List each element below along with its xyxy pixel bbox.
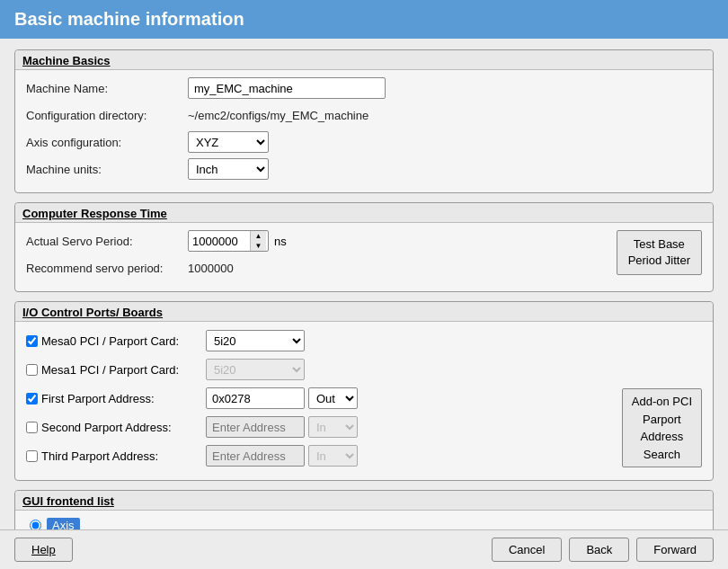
first-parport-input[interactable] — [206, 387, 305, 409]
computer-response-body: Actual Servo Period: ▲ ▼ ns Recommend se… — [15, 223, 713, 291]
mesa1-row: Mesa1 PCI / Parport Card: 5i20 5i22 7i43 — [26, 358, 702, 381]
recommend-servo-row: Recommend servo period: 1000000 — [26, 257, 609, 279]
window-title: Basic machine information — [14, 9, 244, 29]
machine-units-label: Machine units: — [26, 163, 188, 176]
third-parport-row: Third Parport Address: In Out — [26, 444, 604, 467]
machine-name-label: Machine Name: — [26, 82, 188, 95]
gui-frontend-section: GUI frontend list Axis TKemc Mini Touchy — [14, 490, 714, 529]
bottom-left: Help — [14, 538, 73, 562]
mesa0-label: Mesa0 PCI / Parport Card: — [41, 334, 179, 348]
machine-basics-section: Machine Basics Machine Name: Configurati… — [14, 49, 714, 193]
gui-axis-radio[interactable] — [30, 520, 41, 529]
mesa0-row: Mesa0 PCI / Parport Card: 5i20 5i22 7i43 — [26, 329, 702, 352]
machine-basics-body: Machine Name: Configuration directory: ~… — [15, 70, 713, 192]
third-parport-checkbox[interactable] — [26, 450, 38, 462]
bottom-right: Cancel Back Forward — [492, 538, 714, 562]
help-button[interactable]: Help — [14, 538, 73, 562]
second-parport-label-container: Second Parport Address: — [26, 421, 206, 434]
mesa1-label: Mesa1 PCI / Parport Card: — [41, 363, 179, 377]
test-base-period-button[interactable]: Test BasePeriod Jitter — [617, 230, 702, 275]
machine-units-row: Machine units: Inch mm — [26, 158, 702, 180]
config-dir-label: Configuration directory: — [26, 109, 188, 122]
second-parport-dir-select[interactable]: In Out — [308, 416, 358, 438]
computer-response-title: Computer Response Time — [15, 203, 713, 223]
recommend-servo-value: 1000000 — [188, 262, 234, 275]
servo-period-spinbox: ▲ ▼ — [188, 230, 269, 252]
axis-config-label: Axis configuration: — [26, 136, 188, 149]
gui-frontend-title: GUI frontend list — [15, 491, 713, 511]
gui-axis-row: Axis — [30, 518, 698, 529]
third-parport-label: Third Parport Address: — [41, 449, 158, 463]
parport-rows-container: First Parport Address: Out In — [26, 387, 702, 473]
first-parport-label: First Parport Address: — [41, 392, 155, 405]
crt-right: Test BasePeriod Jitter — [617, 230, 702, 275]
actual-servo-row: Actual Servo Period: ▲ ▼ ns — [26, 230, 609, 252]
bottom-bar: Help Cancel Back Forward — [0, 529, 728, 569]
mesa0-label-container: Mesa0 PCI / Parport Card: — [26, 334, 206, 348]
config-dir-value: ~/emc2/configs/my_EMC_machine — [188, 109, 368, 122]
back-label: Back — [586, 543, 612, 556]
mesa1-label-container: Mesa1 PCI / Parport Card: — [26, 363, 206, 377]
third-parport-dir-select[interactable]: In Out — [308, 445, 358, 467]
gui-axis-label: Axis — [47, 518, 80, 529]
first-parport-row: First Parport Address: Out In — [26, 387, 604, 410]
third-parport-label-container: Third Parport Address: — [26, 449, 206, 463]
first-parport-dir-select[interactable]: Out In — [308, 387, 358, 409]
second-parport-label: Second Parport Address: — [41, 421, 172, 434]
crt-left: Actual Servo Period: ▲ ▼ ns Recommend se… — [26, 230, 609, 284]
machine-name-row: Machine Name: — [26, 77, 702, 99]
cancel-button[interactable]: Cancel — [492, 538, 562, 562]
second-parport-row: Second Parport Address: In Out — [26, 415, 604, 439]
mesa1-checkbox[interactable] — [26, 364, 38, 376]
help-label: Help — [31, 543, 56, 556]
forward-button[interactable]: Forward — [636, 538, 714, 562]
back-button[interactable]: Back — [569, 538, 629, 562]
second-parport-input[interactable] — [206, 416, 305, 438]
mesa0-checkbox[interactable] — [26, 335, 38, 347]
servo-unit: ns — [274, 235, 287, 248]
addon-pci-parport-button[interactable]: Add-on PCIParportAddressSearch — [622, 388, 702, 467]
machine-basics-title: Machine Basics — [15, 50, 713, 70]
io-control-body: Mesa0 PCI / Parport Card: 5i20 5i22 7i43… — [15, 322, 713, 480]
recommend-servo-label: Recommend servo period: — [26, 262, 188, 275]
first-parport-checkbox[interactable] — [26, 393, 38, 405]
title-bar: Basic machine information — [0, 0, 728, 39]
gui-frontend-body: Axis TKemc Mini Touchy — [15, 511, 713, 529]
third-parport-input[interactable] — [206, 445, 305, 467]
mesa0-select[interactable]: 5i20 5i22 7i43 — [206, 330, 305, 351]
actual-servo-label: Actual Servo Period: — [26, 235, 188, 248]
io-control-section: I/O Control Ports/ Boards Mesa0 PCI / Pa… — [14, 301, 714, 481]
axis-config-select[interactable]: XYZ XY XYZA XYZB XYZC — [188, 131, 269, 153]
first-parport-label-container: First Parport Address: — [26, 392, 206, 405]
spinbox-arrows: ▲ ▼ — [250, 231, 266, 251]
cancel-label: Cancel — [509, 543, 545, 556]
spinbox-down-button[interactable]: ▼ — [251, 241, 266, 251]
mesa1-select[interactable]: 5i20 5i22 7i43 — [206, 359, 305, 380]
config-dir-row: Configuration directory: ~/emc2/configs/… — [26, 104, 702, 126]
addon-btn-container: Add-on PCIParportAddressSearch — [613, 387, 702, 467]
content-area: Machine Basics Machine Name: Configurati… — [0, 39, 728, 529]
axis-config-row: Axis configuration: XYZ XY XYZA XYZB XYZ… — [26, 131, 702, 153]
parport-rows: First Parport Address: Out In — [26, 387, 604, 473]
machine-units-select[interactable]: Inch mm — [188, 158, 269, 180]
forward-label: Forward — [653, 543, 697, 556]
machine-name-input[interactable] — [188, 77, 386, 99]
io-control-title: I/O Control Ports/ Boards — [15, 302, 713, 322]
main-window: Basic machine information Machine Basics… — [0, 0, 728, 569]
spinbox-up-button[interactable]: ▲ — [251, 231, 266, 241]
second-parport-checkbox[interactable] — [26, 422, 38, 433]
computer-response-section: Computer Response Time Actual Servo Peri… — [14, 202, 714, 292]
servo-period-input[interactable] — [189, 231, 250, 251]
